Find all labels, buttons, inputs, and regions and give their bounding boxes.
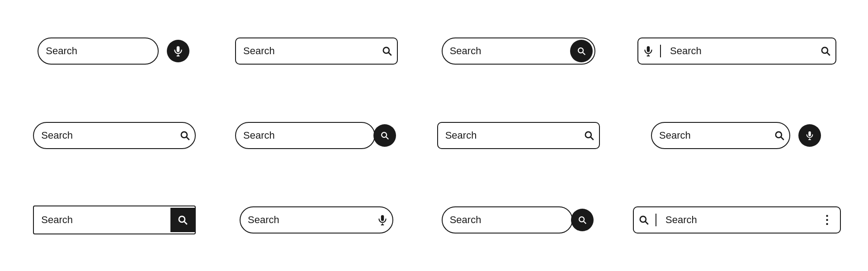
search-button-r1c3[interactable] xyxy=(570,40,593,62)
svg-point-3 xyxy=(383,47,389,53)
cell-r2c3: Search xyxy=(431,103,606,169)
dots-icon-r3c4: ⋮ xyxy=(821,214,833,226)
search-button-r1c2[interactable] xyxy=(377,41,397,61)
svg-line-31 xyxy=(646,221,648,224)
search-icon-r1c4 xyxy=(820,45,831,57)
search-input-r3c1[interactable]: Search xyxy=(34,210,170,230)
search-input-r3c2[interactable]: Search xyxy=(241,210,373,230)
cell-r3c4: Search ⋮ xyxy=(633,187,841,253)
search-input-r3c4[interactable]: Search xyxy=(658,210,820,230)
cell-r2c4: Search xyxy=(633,103,841,169)
search-icon-r2c4 xyxy=(774,130,785,141)
search-input-r1c3[interactable]: Search xyxy=(443,41,568,61)
cell-r1c1: Search xyxy=(27,18,202,84)
search-icon-r3c3 xyxy=(577,215,587,225)
search-input-r2c2[interactable]: Search xyxy=(236,125,374,146)
svg-line-17 xyxy=(590,137,593,140)
search-button-r2c4[interactable] xyxy=(769,126,789,145)
cell-r1c3: Search xyxy=(431,18,606,84)
search-button-r1c4[interactable] xyxy=(816,41,835,61)
svg-point-28 xyxy=(579,217,584,222)
search-icon-r3c4 xyxy=(638,214,650,226)
search-bar-r3c1[interactable]: Search xyxy=(33,206,196,234)
mic-icon-r3c2 xyxy=(377,214,388,226)
svg-line-4 xyxy=(389,53,392,56)
search-bar-r2c1[interactable]: Search xyxy=(33,122,196,149)
svg-line-13 xyxy=(187,137,189,140)
divider-r1c4 xyxy=(660,45,661,57)
search-bar-r1c4[interactable]: Search xyxy=(637,37,836,65)
search-bar-r1c2[interactable]: Search xyxy=(235,37,398,65)
svg-point-16 xyxy=(585,132,591,138)
search-bars-grid: Search Search xyxy=(0,0,868,271)
svg-rect-0 xyxy=(177,46,180,52)
svg-point-5 xyxy=(578,48,583,53)
search-bar-r2c2[interactable]: Search xyxy=(235,122,375,149)
cell-r2c1: Search xyxy=(27,103,202,169)
mic-icon-r2c4 xyxy=(805,131,815,140)
mic-icon-r1c4 xyxy=(642,45,654,57)
search-icon-r2c2 xyxy=(380,131,390,140)
svg-rect-25 xyxy=(381,215,384,221)
search-button-r2c3[interactable] xyxy=(579,126,599,145)
cell-r3c1: Search xyxy=(27,187,202,253)
search-button-left-r3c4[interactable] xyxy=(634,210,654,230)
svg-line-11 xyxy=(827,53,830,56)
mic-button-r2c4[interactable] xyxy=(798,124,821,147)
cell-r3c2: Search xyxy=(229,187,404,253)
search-icon-r1c2 xyxy=(381,45,393,57)
mic-button-r3c2[interactable] xyxy=(373,210,392,230)
svg-rect-7 xyxy=(647,46,650,52)
search-input-r1c4[interactable]: Search xyxy=(663,41,816,61)
cell-r1c4: Search xyxy=(633,18,841,84)
svg-line-6 xyxy=(583,53,585,55)
search-button-r2c1[interactable] xyxy=(175,126,195,145)
cell-r1c2: Search xyxy=(229,18,404,84)
more-options-button-r3c4[interactable]: ⋮ xyxy=(820,210,840,230)
svg-point-18 xyxy=(776,132,782,138)
search-bar-r2c4[interactable]: Search xyxy=(651,122,790,149)
search-bar-r2c3[interactable]: Search xyxy=(437,122,600,149)
svg-line-19 xyxy=(781,137,784,140)
svg-line-29 xyxy=(584,221,586,224)
search-button-r3c1[interactable] xyxy=(170,208,195,232)
mic-icon-r1c1 xyxy=(172,45,184,57)
search-input-r3c3[interactable]: Search xyxy=(443,210,572,230)
cell-r2c2: Search xyxy=(229,103,404,169)
search-input-r1c2[interactable]: Search xyxy=(236,41,377,61)
svg-rect-20 xyxy=(808,131,811,136)
svg-point-30 xyxy=(640,216,646,222)
search-bar-r1c3[interactable]: Search xyxy=(442,37,595,65)
cell-r3c3: Search xyxy=(431,187,606,253)
mic-button-r1c1[interactable] xyxy=(167,40,189,62)
search-icon-r2c3 xyxy=(583,130,595,141)
svg-point-10 xyxy=(822,47,828,53)
svg-point-12 xyxy=(181,132,187,138)
search-button-r3c3[interactable] xyxy=(571,209,594,231)
svg-line-15 xyxy=(386,137,388,139)
search-input-r1c1[interactable]: Search xyxy=(38,41,158,61)
mic-button-r1c4[interactable] xyxy=(638,41,658,61)
search-input-r2c1[interactable]: Search xyxy=(34,125,175,146)
search-icon-r2c1 xyxy=(179,130,191,141)
search-icon-r1c3 xyxy=(576,46,586,56)
search-bar-r3c4[interactable]: Search ⋮ xyxy=(633,206,841,234)
divider-r3c4 xyxy=(656,214,656,226)
svg-point-14 xyxy=(382,132,387,137)
search-button-r2c2[interactable] xyxy=(373,124,396,147)
search-bar-r1c1[interactable]: Search xyxy=(38,37,159,65)
svg-line-24 xyxy=(184,221,187,224)
search-bar-r3c3[interactable]: Search xyxy=(442,206,573,234)
svg-point-23 xyxy=(179,216,185,222)
search-icon-r3c1 xyxy=(177,214,189,226)
search-input-r2c3[interactable]: Search xyxy=(438,125,579,146)
search-bar-r3c2[interactable]: Search xyxy=(240,206,393,234)
search-input-r2c4[interactable]: Search xyxy=(652,125,769,146)
